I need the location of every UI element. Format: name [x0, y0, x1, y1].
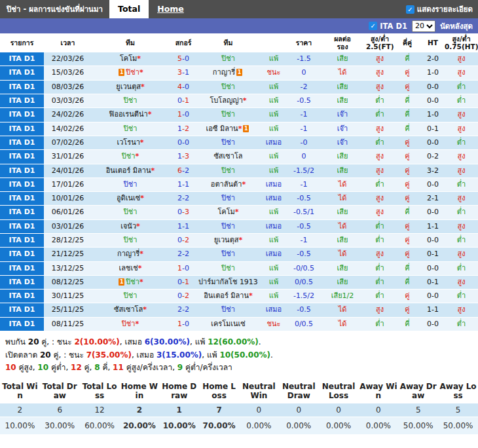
- away-team-cell: โคโม*: [198, 206, 259, 219]
- ht-score-cell: 0-0: [421, 261, 445, 275]
- stats-column-header: Total Draw: [40, 379, 80, 403]
- favorite-star-icon: *: [138, 264, 142, 272]
- show-details-toggle[interactable]: ✓ แสดงรายละเอียด: [406, 3, 478, 15]
- home-score: 5: [177, 54, 182, 63]
- result-cell: เสมอ: [259, 192, 289, 206]
- favorite-star-icon: *: [249, 291, 253, 300]
- team-name: ปิช่า: [221, 110, 235, 119]
- handicap-result-cell: ได้: [319, 192, 366, 206]
- home-team-cell: ฟิออเรนตีน่า*: [92, 108, 169, 122]
- team-name: อินเตอร์ มิลาน: [106, 166, 151, 175]
- score-cell: 0-0: [169, 136, 198, 149]
- tab-home[interactable]: Home: [149, 0, 193, 18]
- odd-even-cell: คู่: [394, 192, 421, 206]
- date-cell: 17/01/26: [44, 177, 92, 191]
- stats-percent-cell: 10.00%: [0, 417, 40, 434]
- handicap-cell: -0.5: [289, 94, 319, 108]
- table-row: ITA D128/12/25ปิช่า0-2ยูเวนตุส*แพ้-1เสีย…: [0, 233, 478, 247]
- tab-total[interactable]: Total: [109, 0, 149, 18]
- ou-ft-cell: ต่ำ: [366, 219, 394, 233]
- date-cell: 28/12/25: [44, 233, 92, 247]
- column-header: [259, 33, 289, 52]
- favorite-star-icon: *: [136, 222, 140, 231]
- favorite-star-icon: *: [235, 208, 239, 216]
- page-title: ปิช่า - ผลการแข่งขันที่ผ่านมา: [0, 3, 109, 15]
- league-filter-toggle[interactable]: ✓ ITA D1: [369, 22, 407, 31]
- team-name: เอซี มิลาน: [206, 124, 238, 133]
- handicap-result-cell: เสีย: [319, 150, 366, 164]
- ht-score-cell: 0-1: [421, 275, 445, 289]
- handicap-cell: -2: [289, 80, 319, 94]
- stats-column-header: Total Win: [0, 379, 40, 403]
- handicap-result-cell: เสีย: [319, 275, 366, 289]
- home-team-cell: ปิช่า: [92, 289, 169, 303]
- favorite-star-icon: *: [139, 278, 143, 286]
- ht-score-cell: 0-0: [421, 233, 445, 247]
- league-cell: ITA D1: [0, 289, 44, 303]
- favorite-star-icon: *: [139, 68, 143, 77]
- home-team-cell: ปิช่า: [92, 177, 169, 191]
- summary-line: พบกัน 20 คู่, : ชนะ 2(10.00%), เสมอ 6(30…: [5, 336, 473, 348]
- stats-percent-cell: 0.00%: [358, 417, 398, 434]
- column-header: HT: [421, 33, 445, 52]
- favorite-star-icon: *: [135, 320, 139, 328]
- team-name: ปิช่า: [221, 138, 235, 147]
- home-score: 1: [177, 264, 182, 272]
- match-count-select[interactable]: 20: [412, 20, 435, 32]
- home-team-cell: ปิช่า: [92, 233, 169, 247]
- column-header: รายการ: [0, 33, 44, 52]
- summary-segment: 12(60.00%): [208, 337, 259, 346]
- team-name: โบโลญญ่า: [210, 96, 242, 105]
- score-cell: 0-3: [169, 206, 198, 219]
- table-row: ITA D110/01/26อูดิเนเซ่*2-2ปิช่าเสมอ-0.5…: [0, 192, 478, 206]
- ht-score-cell: 2-0: [421, 52, 445, 66]
- home-score: 1: [177, 152, 182, 160]
- away-team-cell: ปิช่า: [198, 136, 259, 149]
- stats-value-cell: 5: [438, 403, 478, 417]
- team-name: ปิช่า: [221, 264, 235, 272]
- summary-segment: 20: [40, 350, 51, 360]
- home-score: 3: [177, 68, 182, 77]
- away-team-cell: อตาลันต้า*: [198, 177, 259, 191]
- ht-score-cell: 0-0: [421, 317, 445, 331]
- summary-segment: 7(35.00%): [86, 350, 132, 360]
- stats-value-cell: 6: [40, 403, 80, 417]
- date-cell: 24/02/26: [44, 108, 92, 122]
- summary-segment: 10(50.00%): [219, 350, 270, 360]
- stats-column-header: Home Loss: [199, 379, 239, 403]
- odd-even-cell: คี่: [394, 261, 421, 275]
- summary-segment: 6(30.00%): [145, 337, 190, 346]
- away-score: 0: [185, 320, 189, 328]
- favorite-star-icon: *: [137, 54, 141, 63]
- favorite-star-icon: *: [141, 83, 145, 91]
- stats-value-cell: 0: [358, 403, 398, 417]
- team-name: ปิช่า: [124, 208, 138, 216]
- ht-score-cell: 0-0: [421, 80, 445, 94]
- home-score: 1: [177, 124, 182, 133]
- team-name: ปิช่า: [124, 291, 138, 300]
- ou-ft-cell: สูง: [366, 192, 394, 206]
- away-score: 2: [185, 250, 189, 258]
- team-name: ซัสเซาโล: [114, 305, 143, 314]
- ht-score-cell: 1-1: [421, 303, 445, 317]
- ht-score-cell: 0-0: [421, 177, 445, 191]
- result-cell: แพ้: [259, 94, 289, 108]
- team-name: เครโมเนเซ่: [211, 320, 246, 328]
- away-team-cell: ซัสเซาโล: [198, 150, 259, 164]
- summary-segment: คู่,: [82, 363, 94, 372]
- date-cell: 22/03/26: [44, 52, 92, 66]
- home-score: 6: [177, 166, 182, 175]
- handicap-result-cell: เสีย: [319, 233, 366, 247]
- stats-value-cell: 0: [239, 403, 279, 417]
- league-cell: ITA D1: [0, 233, 44, 247]
- handicap-cell: -0.5: [289, 192, 319, 206]
- score-cell: 3-1: [169, 66, 198, 80]
- league-cell: ITA D1: [0, 80, 44, 94]
- ou-ft-cell: ต่ำ: [366, 275, 394, 289]
- handicap-cell: -0/0.5: [289, 261, 319, 275]
- tab-bar: Total Home: [109, 0, 193, 18]
- handicap-cell: 0: [289, 66, 319, 80]
- stats-percent-cell: 70.00%: [199, 417, 239, 434]
- summary-segment: 12: [71, 363, 82, 372]
- away-score: 0: [185, 138, 189, 147]
